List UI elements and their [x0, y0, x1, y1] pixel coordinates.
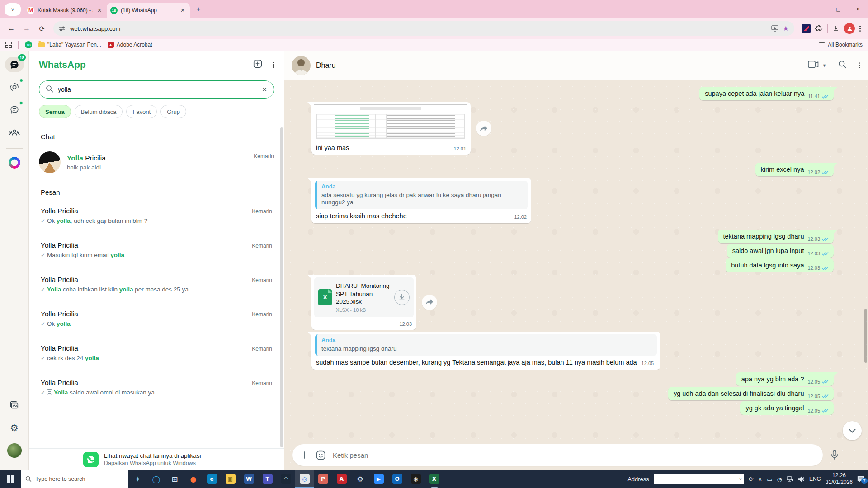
new-tab-button[interactable]: + — [193, 4, 204, 15]
outlook-icon[interactable]: O — [388, 470, 406, 488]
download-icon[interactable] — [394, 290, 410, 305]
bookmark-adobe-acrobat[interactable]: ▲Adobe Acrobat — [108, 42, 152, 48]
tab-gmail[interactable]: M Kotak Masuk (9.060) - aldiswbta ✕ — [24, 3, 107, 18]
call-options-caret-icon[interactable]: ▼ — [822, 63, 826, 68]
zoom-icon[interactable]: ▶ — [369, 470, 388, 488]
extension-icon[interactable] — [802, 24, 811, 33]
nav-channels-button[interactable] — [5, 102, 24, 117]
tab-close-icon[interactable]: ✕ — [179, 7, 186, 14]
settings-icon[interactable]: ⚙ — [351, 470, 369, 488]
message-input[interactable] — [333, 451, 816, 459]
edge-icon[interactable]: e — [203, 470, 221, 488]
apps-grid-icon[interactable] — [5, 42, 12, 48]
outgoing-message[interactable]: saldo awal jgn lupa input 12.03 — [727, 244, 834, 258]
url-text[interactable]: web.whatsapp.com — [70, 25, 767, 32]
start-button[interactable] — [0, 470, 21, 488]
word-icon[interactable]: W — [240, 470, 258, 488]
chat-search-icon[interactable] — [838, 60, 847, 70]
outgoing-message[interactable]: yg gk ada ya tinggal 12.05 — [740, 401, 834, 415]
filter-chip-semua[interactable]: Semua — [39, 105, 71, 118]
acrobat-icon[interactable]: A — [332, 470, 351, 488]
sidebar-scrollbar[interactable] — [280, 127, 283, 447]
taskbar-clock[interactable]: 12.26 31/01/2026 — [826, 472, 853, 486]
bookmark-star-icon[interactable]: ★ — [783, 24, 789, 33]
search-input[interactable] — [58, 86, 257, 93]
settings-button[interactable]: ⚙ — [5, 420, 24, 436]
incoming-file-message[interactable]: X DHARU_Monitoring SPT Tahunan 2025.xlsx… — [311, 275, 416, 330]
address-bar[interactable]: web.whatsapp.com ★ — [53, 21, 794, 36]
search-result-row[interactable]: Yolla PriciliaKemarin✓Yolla saldo awal o… — [29, 374, 284, 408]
incoming-reply-message[interactable]: Anda ada sesuatu yg kurang jelas dr pak … — [311, 178, 531, 223]
forward-icon[interactable] — [476, 121, 491, 136]
language-indicator[interactable]: ENG — [809, 476, 821, 482]
attach-plus-icon[interactable] — [300, 450, 309, 460]
downloads-icon[interactable] — [832, 25, 840, 32]
extensions-puzzle-icon[interactable] — [815, 25, 823, 33]
bookmark-laba-yayasan[interactable]: "Laba" Yayasan Pen... — [38, 42, 101, 48]
quoted-message[interactable]: Anda ada sesuatu yg kurang jelas dr pak … — [315, 181, 528, 209]
incoming-image-message[interactable]: ini yaa mas 12.01 — [311, 102, 471, 155]
maximize-button[interactable]: ▢ — [828, 0, 848, 18]
reload-icon[interactable]: ⟳ — [35, 22, 49, 35]
spreadsheet-image[interactable] — [314, 104, 467, 141]
rail-media-button[interactable] — [5, 398, 24, 413]
search-result-row[interactable]: Yolla PriciliaKemarin✓Yolla coba infokan… — [29, 271, 284, 305]
forward-icon[interactable] — [422, 295, 437, 310]
profile-button[interactable] — [5, 443, 24, 458]
search-result-row[interactable]: Yolla PriciliaKemarin✓Ok yolla — [29, 305, 284, 340]
taskbar-search[interactable]: Type here to search — [21, 470, 128, 488]
search-result-row[interactable]: Yolla PriciliaKemarin✓Ok yolla, udh cek … — [29, 202, 284, 237]
nav-chats-button[interactable]: 18 — [5, 57, 24, 72]
paint-icon[interactable]: P — [314, 470, 332, 488]
steam-icon[interactable]: ◠ — [277, 470, 295, 488]
file-explorer-icon[interactable]: ▣ — [221, 470, 240, 488]
outgoing-message[interactable]: apa nya yg blm ada ? 12.05 — [736, 372, 834, 386]
quoted-message[interactable]: Anda tektana mapping lgsg dharu — [315, 334, 657, 356]
tablet-mode-icon[interactable]: ▭ — [767, 476, 772, 483]
clear-search-icon[interactable]: ✕ — [262, 86, 267, 93]
scroll-to-bottom-button[interactable] — [843, 421, 862, 440]
chat-contact-name[interactable]: Dharu — [316, 61, 336, 70]
cortana-icon[interactable]: ◯ — [147, 470, 165, 488]
tab-close-icon[interactable]: ✕ — [96, 7, 103, 14]
firefox-icon[interactable]: ● — [184, 470, 203, 488]
teams-icon[interactable]: T — [258, 470, 277, 488]
search-box[interactable]: ✕ — [39, 80, 274, 99]
get-app-banner[interactable]: Lihat riwayat chat lainnya di aplikasi D… — [29, 448, 284, 470]
incoming-reply-message[interactable]: Anda tektana mapping lgsg dharu sudah ma… — [311, 332, 660, 370]
volume-icon[interactable] — [798, 476, 805, 482]
outgoing-message[interactable]: tektana mapping lgsg dharu 12.03 — [718, 230, 834, 243]
site-settings-icon[interactable] — [59, 25, 66, 32]
teams-status-icon[interactable]: ◔ — [777, 476, 782, 483]
install-app-icon[interactable] — [771, 25, 778, 32]
excel-icon[interactable]: X — [425, 470, 443, 488]
address-toolbar-input[interactable]: ˅ — [654, 474, 744, 484]
obs-icon[interactable]: ◉ — [406, 470, 425, 488]
microphone-icon[interactable] — [826, 446, 844, 464]
forward-icon[interactable]: → — [20, 22, 33, 35]
nav-communities-button[interactable] — [5, 125, 24, 140]
outgoing-message[interactable]: butuh data lgsg info saya 12.03 — [726, 258, 834, 272]
nav-status-button[interactable] — [5, 80, 24, 95]
hidden-icons-chevron[interactable]: ∧ — [758, 476, 763, 483]
minimize-button[interactable]: ─ — [808, 0, 828, 18]
chat-result-yolla[interactable]: Yolla Pricilia baik pak aldi Kemarin — [29, 147, 284, 178]
copilot-icon[interactable]: ✦ — [128, 470, 147, 488]
profile-avatar[interactable] — [844, 23, 855, 34]
outgoing-message[interactable]: yg udh ada dan selesai di finalisasi dlu… — [668, 387, 834, 400]
outgoing-message[interactable]: supaya cepet ada jalan keluar nya 11.41 — [699, 87, 834, 100]
video-call-icon[interactable] — [808, 61, 819, 70]
filter-chip-favorit[interactable]: Favorit — [126, 105, 157, 118]
filter-chip-grup[interactable]: Grup — [160, 105, 186, 118]
chat-scrollbar[interactable] — [864, 309, 867, 363]
network-icon[interactable] — [787, 476, 793, 482]
sidebar-menu-icon[interactable] — [273, 62, 274, 68]
outgoing-message[interactable]: kirim excel nya 12.02 — [755, 163, 834, 176]
refresh-icon[interactable]: ⟳ — [749, 476, 754, 483]
meta-ai-button[interactable] — [5, 155, 24, 170]
new-chat-icon[interactable] — [253, 59, 263, 70]
search-result-row[interactable]: Yolla PriciliaKemarin✓cek rk des 24 yoll… — [29, 340, 284, 374]
back-icon[interactable]: ← — [5, 22, 18, 35]
tab-whatsapp[interactable]: 18 (18) WhatsApp ✕ — [107, 3, 190, 18]
chrome-icon[interactable]: ◎ — [295, 470, 314, 488]
